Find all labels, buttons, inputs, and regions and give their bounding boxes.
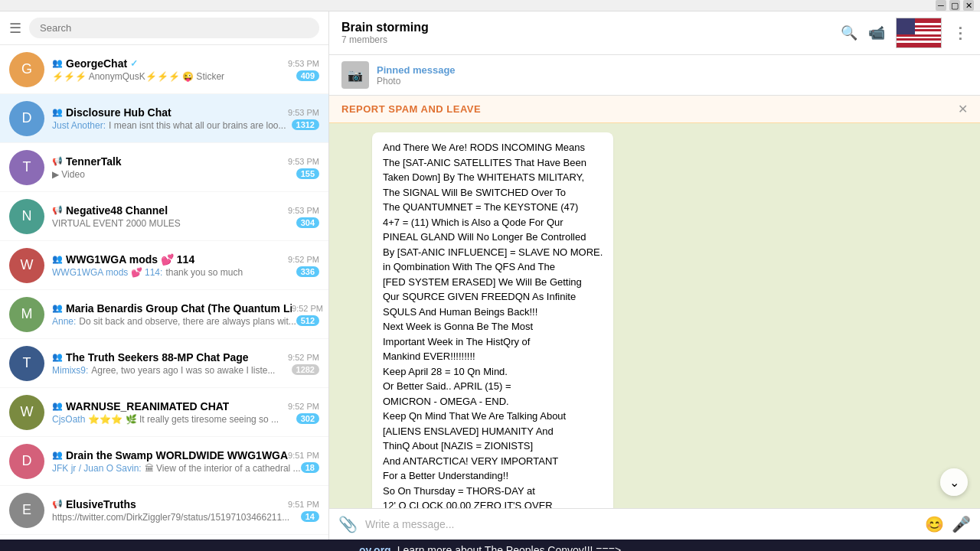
window-controls[interactable]: ─ ▢ ✕ — [936, 0, 974, 11]
chat-item-elusive[interactable]: E 📢 ElusiveTruths 9:51 PM https://twitte… — [0, 486, 328, 535]
unread-badge: 155 — [296, 168, 319, 179]
chat-preview: ▶ Video — [52, 169, 85, 180]
chat-preview: Anne: Do sit back and observe, there are… — [52, 316, 296, 327]
row-right: 9:51 PM — [288, 500, 319, 509]
minimize-button[interactable]: ─ — [936, 0, 946, 11]
chat-time: 9:53 PM — [288, 206, 319, 215]
message-input-area: 📎 😊 🎤 — [329, 508, 980, 540]
chat-time: 9:53 PM — [288, 157, 319, 166]
preview-sender: Mimixs9: — [52, 365, 88, 376]
pin-title: Pinned message — [377, 64, 968, 76]
unread-badge: 336 — [296, 266, 319, 277]
close-button[interactable]: ✕ — [963, 0, 974, 11]
preview-text: Do sit back and observe, there are alway… — [79, 316, 296, 327]
chat-header: Brain storming 7 members 🔍 📹 ⋮ — [329, 11, 980, 55]
window-title-bar: ─ ▢ ✕ — [0, 0, 980, 11]
chat-preview: VIRTUAL EVENT 2000 MULES — [52, 218, 181, 229]
avatar: W — [9, 395, 44, 430]
chat-info: 👥 Maria Benardis Group Chat (The Quantum… — [52, 302, 319, 327]
chat-name: 👥 Drain the Swamp WORLDWIDE WWG1WGA — [52, 449, 288, 461]
chat-preview: ⚡⚡⚡ AnonymQusK⚡⚡⚡ 😜 Sticker — [52, 71, 224, 82]
more-options-icon[interactable]: ⋮ — [952, 24, 968, 42]
header-actions: 🔍 📹 ⋮ — [841, 18, 968, 48]
chat-info: 👥 Disclosure Hub Chat 9:53 PM Just Anoth… — [52, 106, 319, 131]
chat-item-drainswamp[interactable]: D 👥 Drain the Swamp WORLDWIDE WWG1WGA 9:… — [0, 437, 328, 486]
spam-text: REPORT SPAM AND LEAVE — [341, 103, 481, 115]
chat-name: 👥 WWG1WGA mods 💕 114 — [52, 253, 194, 266]
chat-item-truthseekers[interactable]: T 👥 The Truth Seekers 88-MP Chat Page 9:… — [0, 339, 328, 388]
chat-name: 👥 WARNUSE_REANIMATED CHAT — [52, 400, 229, 412]
mic-icon[interactable]: 🎤 — [952, 515, 971, 533]
chat-time: 9:53 PM — [288, 108, 319, 117]
spam-close-icon[interactable]: ✕ — [958, 102, 968, 116]
spam-banner: REPORT SPAM AND LEAVE ✕ — [329, 96, 980, 123]
chat-name-row: 📢 TennerTalk 9:53 PM — [52, 155, 319, 168]
preview-row: VIRTUAL EVENT 2000 MULES 304 — [52, 217, 319, 229]
chat-item-disclosure[interactable]: D 👥 Disclosure Hub Chat 9:53 PM Just Ano… — [0, 94, 328, 143]
preview-row: JFK jr / Juan O Savin: 🏛 View of the int… — [52, 461, 319, 474]
preview-row: ⚡⚡⚡ AnonymQusK⚡⚡⚡ 😜 Sticker 409 — [52, 70, 319, 82]
chat-subtitle: 7 members — [341, 34, 841, 45]
preview-text: ⭐⭐⭐ 🌿 It really gets tiresome seeing so … — [88, 414, 279, 425]
chat-name-row: 📢 ElusiveTruths 9:51 PM — [52, 498, 319, 510]
message-input[interactable] — [365, 518, 917, 530]
preview-text: VIRTUAL EVENT 2000 MULES — [52, 218, 181, 229]
chat-type-icon: 📢 — [52, 156, 63, 166]
scroll-down-button[interactable]: ⌄ — [940, 468, 968, 496]
unread-badge: 14 — [301, 511, 319, 522]
chat-item-george[interactable]: G 👥 GeorgeChat ✓ 9:53 PM ⚡⚡⚡ AnonymQusK⚡… — [0, 45, 328, 94]
chat-info: 📢 ElusiveTruths 9:51 PM https://twitter.… — [52, 498, 319, 523]
maximize-button[interactable]: ▢ — [949, 0, 960, 11]
menu-icon[interactable]: ☰ — [9, 20, 21, 37]
chat-preview: JFK jr / Juan O Savin: 🏛 View of the int… — [52, 463, 301, 474]
search-action-icon[interactable]: 🔍 — [841, 24, 858, 41]
bottom-banner: oy.org Learn more about The Peoples Conv… — [0, 540, 980, 551]
chat-name: 👥 Maria Benardis Group Chat (The Quantum… — [52, 302, 292, 315]
row-right: 9:52 PM — [288, 353, 319, 362]
chat-info: 👥 Drain the Swamp WORLDWIDE WWG1WGA 9:51… — [52, 449, 319, 474]
chat-name: 👥 The Truth Seekers 88-MP Chat Page — [52, 351, 249, 364]
chat-time: 9:51 PM — [288, 451, 319, 460]
chat-title: Brain storming — [341, 21, 841, 34]
flag-union — [897, 18, 915, 34]
avatar: D — [9, 444, 44, 479]
chat-item-maria[interactable]: M 👥 Maria Benardis Group Chat (The Quant… — [0, 290, 328, 339]
chat-time: 9:52 PM — [288, 255, 319, 264]
chat-time: 9:51 PM — [288, 500, 319, 509]
chat-item-wwg1wga[interactable]: W 👥 WWG1WGA mods 💕 114 9:52 PM WWG1WGA m… — [0, 241, 328, 290]
pinned-message-bar[interactable]: 📷 Pinned message Photo — [329, 55, 980, 96]
row-right: 9:53 PM — [288, 206, 319, 215]
video-call-icon[interactable]: 📹 — [868, 24, 885, 41]
message-wrapper: TRM And There We Are! RODS INCOMING Mean… — [341, 132, 968, 508]
chat-item-negative48[interactable]: N 📢 Negative48 Channel 9:53 PM VIRTUAL E… — [0, 192, 328, 241]
preview-sender: WWG1WGA mods 💕 114: — [52, 267, 162, 278]
emoji-icon[interactable]: 😊 — [925, 515, 944, 533]
chat-item-tenner[interactable]: T 📢 TennerTalk 9:53 PM ▶ Video 155 — [0, 143, 328, 192]
chat-item-warnuse[interactable]: W 👥 WARNUSE_REANIMATED CHAT 9:52 PM CjsO… — [0, 388, 328, 437]
attach-icon[interactable]: 📎 — [338, 515, 358, 533]
preview-row: WWG1WGA mods 💕 114: thank you so much 33… — [52, 266, 319, 278]
chat-name-row: 📢 Negative48 Channel 9:53 PM — [52, 204, 319, 217]
unread-badge: 1312 — [292, 119, 319, 130]
chat-preview: Just Another: I mean isnt this what all … — [52, 120, 286, 131]
verified-icon: ✓ — [130, 58, 138, 69]
unread-badge: 304 — [296, 217, 319, 228]
message-bubble: And There We Are! RODS INCOMING Means Th… — [372, 132, 613, 508]
unread-badge: 512 — [296, 315, 319, 326]
chat-type-icon: 👥 — [52, 303, 63, 313]
preview-row: Just Another: I mean isnt this what all … — [52, 119, 319, 131]
chat-time: 9:52 PM — [288, 402, 319, 411]
chat-info: 👥 WWG1WGA mods 💕 114 9:52 PM WWG1WGA mod… — [52, 253, 319, 278]
unread-badge: 18 — [301, 462, 319, 473]
message-text: And There We Are! RODS INCOMING Means Th… — [383, 140, 603, 508]
chat-type-icon: 👥 — [52, 352, 63, 362]
search-input[interactable] — [29, 18, 319, 38]
preview-text: https://twitter.com/DirkZiggler79/status… — [52, 512, 289, 523]
unread-badge: 409 — [296, 70, 319, 81]
preview-row: Mimixs9: Agree, two years ago I was so a… — [52, 364, 319, 376]
banner-text: Learn more about The Peoples Convoy!!! =… — [397, 544, 621, 551]
chat-info: 📢 Negative48 Channel 9:53 PM VIRTUAL EVE… — [52, 204, 319, 229]
chat-time: 9:53 PM — [288, 59, 319, 68]
chat-type-icon: 👥 — [52, 450, 63, 460]
pin-thumbnail: 📷 — [341, 61, 369, 89]
